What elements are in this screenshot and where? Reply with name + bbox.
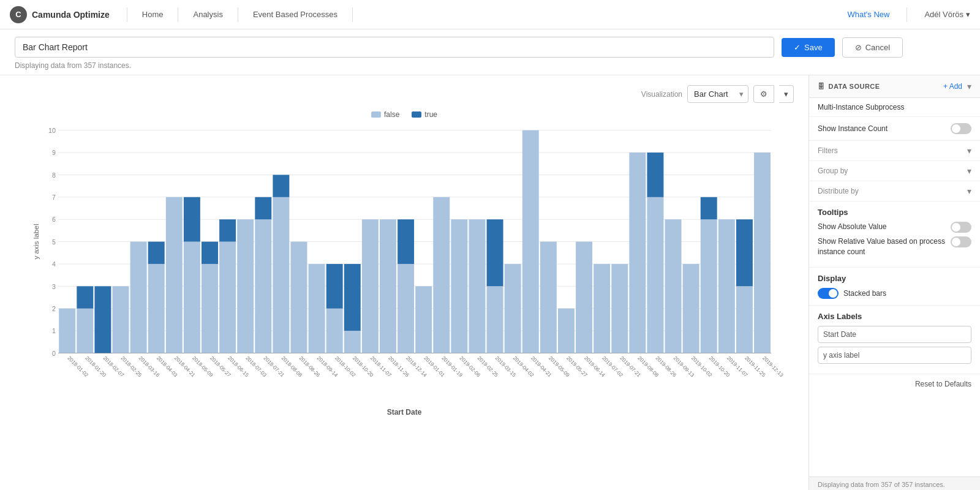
svg-rect-44 [326, 309, 343, 353]
svg-rect-26 [113, 286, 129, 353]
save-button[interactable]: ✓ Save [782, 38, 835, 57]
svg-rect-73 [736, 286, 753, 353]
logo-icon: C [10, 6, 27, 23]
cancel-icon: ⊘ [855, 43, 862, 52]
report-title-input[interactable] [15, 37, 774, 58]
nav-event-based[interactable]: Event Based Processes [246, 10, 345, 19]
viz-select-wrapper: Bar Chart ▾ [687, 85, 748, 103]
svg-rect-22 [59, 309, 75, 353]
legend-false-swatch [371, 111, 381, 118]
distributeby-row[interactable]: Distribute by ▾ [809, 181, 980, 202]
instances-sub-text: Displaying data from 357 instances. [15, 61, 965, 70]
svg-rect-33 [202, 264, 218, 353]
chart-x-labels: 2018-01-022018-01-202018-02-072018-02-25… [66, 355, 785, 378]
svg-rect-45 [326, 264, 343, 309]
legend-true: true [412, 110, 437, 119]
reset-section: Reset to Defaults [809, 374, 980, 393]
tooltips-title: Tooltips [818, 208, 971, 217]
show-relative-label: Show Relative Value based on process ins… [818, 236, 951, 257]
save-label: Save [804, 43, 823, 52]
svg-text:9: 9 [52, 149, 56, 156]
svg-rect-72 [718, 219, 735, 353]
svg-rect-51 [398, 219, 414, 264]
whats-new-link[interactable]: What's New [847, 10, 889, 19]
svg-rect-59 [522, 130, 539, 353]
database-icon: 🗄 [818, 83, 825, 90]
chart-area: Visualization Bar Chart ▾ ⚙ ▾ false [0, 75, 809, 490]
svg-text:6: 6 [52, 216, 56, 223]
svg-rect-36 [219, 219, 236, 241]
svg-rect-42 [291, 242, 307, 353]
chart-legend: false true [15, 110, 794, 119]
svg-rect-56 [487, 286, 503, 353]
reset-button[interactable]: Reset to Defaults [915, 380, 971, 388]
app-logo: C Camunda Optimize [10, 6, 110, 23]
top-navigation: C Camunda Optimize Home Analysis Event B… [0, 0, 980, 29]
nav-separator [127, 7, 127, 22]
x-axis-input[interactable] [818, 326, 971, 343]
show-instance-count-toggle[interactable] [951, 123, 971, 134]
svg-rect-24 [77, 286, 93, 308]
stacked-bars-label: Stacked bars [843, 289, 886, 298]
filters-row[interactable]: Filters ▾ [809, 141, 980, 161]
svg-rect-54 [451, 219, 467, 353]
add-datasource-button[interactable]: + Add [943, 82, 962, 91]
svg-rect-23 [77, 309, 93, 353]
svg-rect-46 [344, 331, 361, 353]
stacked-bars-toggle[interactable] [818, 288, 839, 299]
tooltips-section: Tooltips Show Absolute Value Show Relati… [809, 202, 980, 268]
svg-rect-68 [665, 219, 682, 353]
svg-rect-30 [166, 197, 183, 353]
settings-expand-button[interactable]: ▾ [779, 85, 794, 103]
cancel-button[interactable]: ⊘ Cancel [842, 37, 903, 58]
svg-rect-64 [611, 264, 628, 353]
nav-home[interactable]: Home [135, 10, 171, 19]
show-relative-toggle[interactable] [951, 236, 971, 247]
groupby-row[interactable]: Group by ▾ [809, 161, 980, 181]
svg-rect-50 [398, 264, 414, 353]
svg-rect-60 [540, 242, 557, 353]
svg-rect-52 [415, 286, 432, 353]
svg-rect-74 [736, 219, 753, 286]
display-title: Display [818, 274, 971, 283]
nav-separator-5 [907, 7, 907, 22]
svg-rect-35 [219, 242, 236, 353]
groupby-chevron-icon: ▾ [967, 166, 971, 176]
svg-rect-27 [130, 242, 147, 353]
svg-rect-38 [255, 219, 271, 353]
svg-text:8: 8 [52, 172, 56, 179]
stacked-bars-row: Stacked bars [818, 288, 971, 299]
show-relative-row: Show Relative Value based on process ins… [818, 236, 971, 257]
cancel-label: Cancel [865, 43, 890, 52]
datasource-expand-button[interactable]: ▾ [967, 81, 971, 91]
svg-rect-49 [380, 219, 396, 353]
svg-rect-70 [701, 219, 717, 353]
svg-rect-47 [344, 264, 361, 331]
svg-text:5: 5 [52, 238, 56, 246]
nav-separator-3 [238, 7, 238, 22]
visualization-select[interactable]: Bar Chart [687, 85, 748, 103]
svg-text:3: 3 [52, 283, 56, 290]
show-absolute-row: Show Absolute Value [818, 222, 971, 233]
svg-rect-25 [94, 286, 111, 353]
nav-right: What's New Adél Vörös ▾ [847, 7, 970, 22]
display-section: Display Stacked bars [809, 268, 980, 306]
user-menu[interactable]: Adél Vörös ▾ [924, 10, 970, 19]
svg-rect-66 [647, 197, 663, 353]
svg-rect-53 [433, 197, 450, 353]
nav-analysis[interactable]: Analysis [186, 10, 230, 19]
show-absolute-toggle[interactable] [951, 222, 971, 233]
svg-text:10: 10 [48, 127, 56, 134]
header-row: ✓ Save ⊘ Cancel [15, 37, 965, 58]
user-name: Adél Vörös [924, 10, 963, 19]
brand-name: Camunda Optimize [32, 10, 110, 20]
distributeby-chevron-icon: ▾ [967, 186, 971, 196]
svg-rect-58 [505, 264, 521, 353]
legend-true-swatch [412, 111, 421, 118]
checkmark-icon: ✓ [794, 43, 801, 52]
y-axis-input[interactable] [818, 347, 971, 364]
filters-chevron-icon: ▾ [967, 146, 971, 156]
settings-gear-button[interactable]: ⚙ [753, 85, 774, 103]
subprocess-item: Multi-Instance Subprocess [809, 98, 980, 117]
svg-text:1: 1 [52, 327, 56, 334]
